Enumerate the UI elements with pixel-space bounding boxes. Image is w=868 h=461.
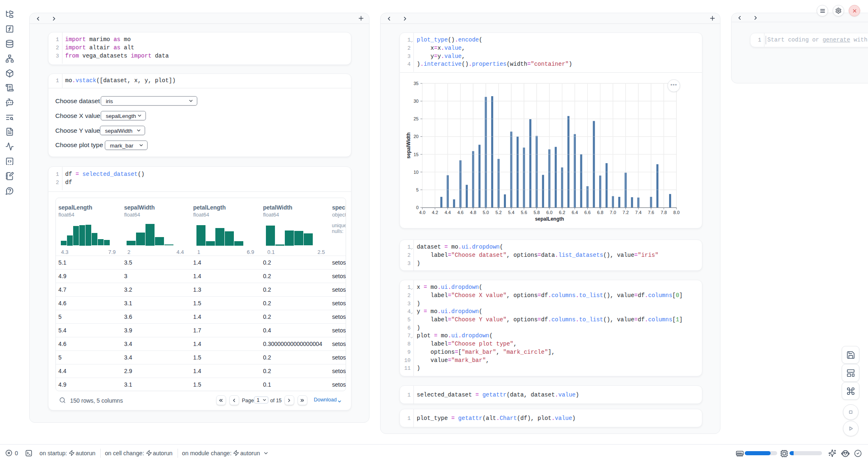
svg-text:6.4: 6.4: [572, 210, 578, 215]
svg-text:5: 5: [416, 187, 418, 192]
svg-text:6.2: 6.2: [559, 210, 565, 215]
svg-text:sepalWidth: sepalWidth: [406, 132, 411, 159]
svg-text:6.6: 6.6: [584, 210, 591, 215]
svg-text:7.8: 7.8: [660, 210, 667, 215]
svg-text:7.2: 7.2: [623, 210, 629, 215]
svg-text:sepalLength: sepalLength: [535, 216, 564, 222]
svg-text:5.2: 5.2: [495, 210, 501, 215]
svg-text:6.0: 6.0: [546, 210, 552, 215]
svg-text:4.4: 4.4: [445, 210, 451, 215]
svg-text:0: 0: [416, 205, 418, 210]
svg-text:4.6: 4.6: [457, 210, 464, 215]
svg-text:5.6: 5.6: [521, 210, 527, 215]
svg-text:7.6: 7.6: [648, 210, 654, 215]
svg-text:4.2: 4.2: [432, 210, 438, 215]
svg-text:8.0: 8.0: [673, 210, 679, 215]
svg-text:10: 10: [413, 170, 418, 175]
svg-text:5.0: 5.0: [482, 210, 489, 215]
svg-text:7.4: 7.4: [635, 210, 642, 215]
svg-text:25: 25: [413, 116, 418, 121]
svg-text:30: 30: [413, 99, 418, 104]
svg-text:15: 15: [413, 152, 418, 157]
svg-text:4.8: 4.8: [470, 210, 476, 215]
svg-text:5.8: 5.8: [533, 210, 540, 215]
svg-text:5.4: 5.4: [508, 210, 514, 215]
svg-text:4.0: 4.0: [419, 210, 425, 215]
svg-text:20: 20: [413, 134, 418, 139]
svg-text:35: 35: [413, 81, 418, 86]
svg-text:7.0: 7.0: [610, 210, 616, 215]
svg-text:6.8: 6.8: [597, 210, 603, 215]
